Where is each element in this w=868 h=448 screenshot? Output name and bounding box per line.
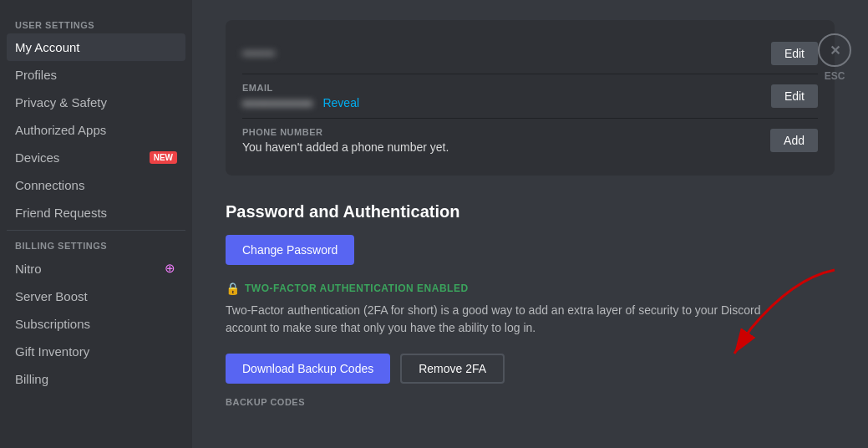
sidebar-item-label: Devices bbox=[15, 150, 59, 165]
twofa-status-label: TWO-FACTOR AUTHENTICATION ENABLED bbox=[245, 283, 469, 294]
sidebar-item-label: My Account bbox=[15, 40, 80, 54]
change-password-button[interactable]: Change Password bbox=[226, 235, 354, 265]
phone-add-button[interactable]: Add bbox=[770, 129, 818, 152]
phone-value: You haven't added a phone number yet. bbox=[242, 140, 449, 154]
new-badge: NEW bbox=[150, 151, 177, 164]
reveal-link[interactable]: Reveal bbox=[322, 96, 359, 109]
phone-label: PHONE NUMBER bbox=[242, 127, 449, 137]
twofa-actions: Download Backup Codes Remove 2FA bbox=[226, 354, 835, 384]
sidebar-item-billing[interactable]: Billing bbox=[7, 365, 185, 393]
sidebar-item-my-account[interactable]: My Account bbox=[7, 33, 185, 61]
account-top-row: •••••••• Edit bbox=[242, 33, 818, 74]
sidebar-item-authorized-apps[interactable]: Authorized Apps bbox=[7, 116, 185, 144]
email-label: EMAIL bbox=[242, 83, 359, 93]
lock-icon: 🔒 bbox=[226, 282, 240, 295]
sidebar-item-label: Nitro bbox=[15, 262, 42, 276]
sidebar-item-label: Gift Inventory bbox=[15, 344, 89, 359]
download-backup-codes-button[interactable]: Download Backup Codes bbox=[226, 354, 390, 384]
sidebar-item-label: Server Boost bbox=[15, 289, 88, 303]
username-blurred: •••••••• bbox=[242, 47, 275, 60]
email-blurred: ●●●●●●●●●● bbox=[242, 96, 313, 109]
sidebar-item-label: Friend Requests bbox=[15, 206, 107, 220]
auth-section-title: Password and Authentication bbox=[226, 202, 835, 221]
sidebar-item-label: Authorized Apps bbox=[15, 123, 106, 137]
sidebar-divider bbox=[7, 230, 185, 231]
user-settings-label: USER SETTINGS bbox=[7, 13, 185, 33]
sidebar-item-subscriptions[interactable]: Subscriptions bbox=[7, 310, 185, 338]
username-value: •••••••• bbox=[242, 47, 275, 60]
nitro-icon: ⊕ bbox=[162, 261, 177, 276]
sidebar-item-privacy-safety[interactable]: Privacy & Safety bbox=[7, 89, 185, 116]
email-field: EMAIL ●●●●●●●●●● Reveal bbox=[242, 83, 359, 109]
sidebar-item-label: Subscriptions bbox=[15, 317, 90, 331]
sidebar-item-label: Connections bbox=[15, 178, 84, 192]
esc-x-icon: ✕ bbox=[830, 43, 840, 59]
email-edit-button[interactable]: Edit bbox=[771, 84, 818, 108]
auth-section: Password and Authentication Change Passw… bbox=[226, 202, 835, 407]
sidebar-item-server-boost[interactable]: Server Boost bbox=[7, 283, 185, 310]
sidebar: USER SETTINGS My Account Profiles Privac… bbox=[0, 0, 192, 448]
sidebar-item-connections[interactable]: Connections bbox=[7, 171, 185, 199]
email-row: EMAIL ●●●●●●●●●● Reveal Edit bbox=[242, 74, 818, 119]
username-edit-button[interactable]: Edit bbox=[771, 42, 818, 65]
account-username-field: •••••••• bbox=[242, 47, 275, 60]
sidebar-item-profiles[interactable]: Profiles bbox=[7, 61, 185, 89]
billing-settings-label: BILLING SETTINGS bbox=[7, 234, 185, 254]
remove-2fa-button[interactable]: Remove 2FA bbox=[400, 354, 505, 384]
main-content: •••••••• Edit EMAIL ●●●●●●●●●● Reveal Ed… bbox=[192, 0, 868, 448]
phone-field: PHONE NUMBER You haven't added a phone n… bbox=[242, 127, 449, 154]
phone-row: PHONE NUMBER You haven't added a phone n… bbox=[242, 119, 818, 162]
esc-button[interactable]: ✕ ESC bbox=[818, 33, 851, 82]
sidebar-item-label: Privacy & Safety bbox=[15, 95, 107, 109]
esc-label: ESC bbox=[825, 70, 845, 82]
sidebar-item-label: Billing bbox=[15, 372, 48, 386]
sidebar-item-devices[interactable]: Devices NEW bbox=[7, 144, 185, 171]
email-value: ●●●●●●●●●● Reveal bbox=[242, 96, 359, 109]
twofa-description: Two-Factor authentication (2FA for short… bbox=[226, 302, 769, 337]
sidebar-item-gift-inventory[interactable]: Gift Inventory bbox=[7, 338, 185, 365]
esc-circle-icon: ✕ bbox=[818, 33, 851, 67]
sidebar-item-nitro[interactable]: Nitro ⊕ bbox=[7, 254, 185, 283]
sidebar-item-label: Profiles bbox=[15, 68, 57, 82]
account-card: •••••••• Edit EMAIL ●●●●●●●●●● Reveal Ed… bbox=[226, 20, 835, 176]
sidebar-item-friend-requests[interactable]: Friend Requests bbox=[7, 199, 185, 227]
twofa-header: 🔒 TWO-FACTOR AUTHENTICATION ENABLED bbox=[226, 282, 835, 295]
backup-codes-label: BACKUP CODES bbox=[226, 397, 835, 407]
